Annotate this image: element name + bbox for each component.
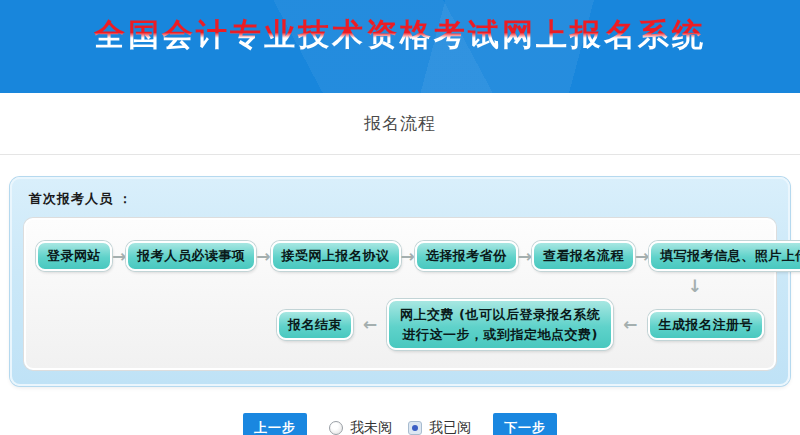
header-banner: 全国会计专业技术资格考试网上报名系统 xyxy=(0,0,800,93)
section-label: 首次报考人员 ： xyxy=(12,179,788,218)
step-generate-registration-number: 生成报名注册号 xyxy=(648,310,765,340)
step-view-process: 查看报名流程 xyxy=(532,241,635,271)
next-step-button[interactable]: 下一步 xyxy=(493,413,557,435)
radio-unread-label[interactable]: 我未阅 xyxy=(350,419,392,435)
previous-step-button[interactable]: 上一步 xyxy=(243,413,307,435)
flowchart-container: 登录网站 → 报考人员必读事项 → 接受网上报名协议 → 选择报考省份 → 查看… xyxy=(24,218,776,370)
step-login-website: 登录网站 xyxy=(36,241,112,271)
step-must-read: 报考人员必读事项 xyxy=(126,241,256,271)
arrow-right-icon: → xyxy=(112,248,126,265)
arrow-right-icon: → xyxy=(518,248,532,265)
radio-option-unread[interactable]: 我未阅 xyxy=(329,419,392,435)
step-fill-info-upload-photo: 填写报考信息、照片上传 xyxy=(649,241,800,271)
footer-controls: 上一步 我未阅 我已阅 下一步 xyxy=(0,413,800,435)
site-title: 全国会计专业技术资格考试网上报名系统 xyxy=(94,14,706,56)
radio-read-label[interactable]: 我已阅 xyxy=(429,419,471,435)
arrow-down-icon: ↓ xyxy=(688,278,702,295)
step-registration-finished: 报名结束 xyxy=(277,310,353,340)
page-title: 报名流程 xyxy=(364,112,436,135)
subheader-strip: 报名流程 xyxy=(0,93,800,155)
radio-read-control[interactable] xyxy=(408,421,422,435)
arrow-right-icon: → xyxy=(635,248,649,265)
arrow-left-icon: ← xyxy=(363,316,377,333)
flow-row-down: ↓ xyxy=(36,275,764,297)
arrow-right-icon: → xyxy=(401,248,415,265)
registration-flow-panel: 首次报考人员 ： 登录网站 → 报考人员必读事项 → 接受网上报名协议 → 选择… xyxy=(10,177,790,386)
step-accept-agreement: 接受网上报名协议 xyxy=(271,241,401,271)
step-online-payment: 网上交费 (也可以后登录报名系统进行这一步，或到指定地点交费) xyxy=(387,299,613,350)
flow-row-2: 报名结束 ← 网上交费 (也可以后登录报名系统进行这一步，或到指定地点交费) ←… xyxy=(36,299,764,350)
read-confirmation-group: 我未阅 我已阅 xyxy=(329,419,471,435)
arrow-left-icon: ← xyxy=(623,316,637,333)
step-select-province: 选择报考省份 xyxy=(415,241,518,271)
flow-row-1: 登录网站 → 报考人员必读事项 → 接受网上报名协议 → 选择报考省份 → 查看… xyxy=(36,241,764,271)
arrow-right-icon: → xyxy=(256,248,270,265)
radio-unread-control[interactable] xyxy=(329,421,343,435)
radio-option-read[interactable]: 我已阅 xyxy=(408,419,471,435)
